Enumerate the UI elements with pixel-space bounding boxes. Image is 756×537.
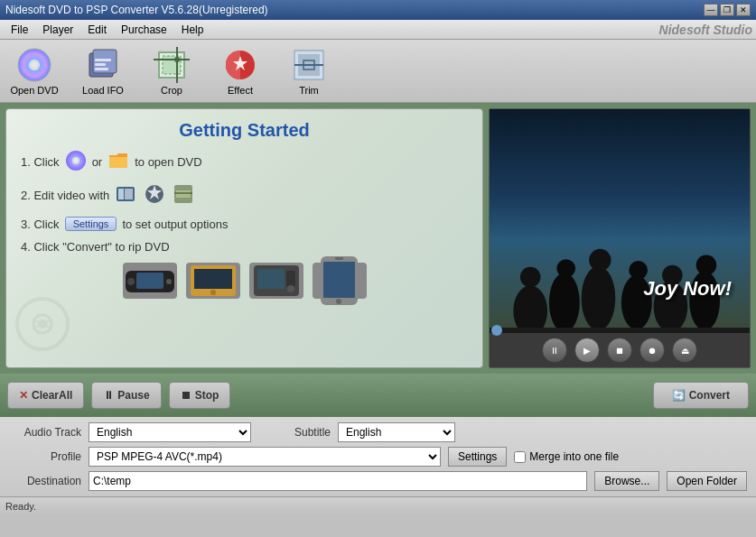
trim-label: Trim bbox=[299, 85, 319, 96]
main-area: Getting Started 1. Click or to open DVD … bbox=[0, 103, 756, 374]
toolbar-load-ifo[interactable]: Load IFO bbox=[76, 47, 130, 96]
svg-rect-21 bbox=[118, 189, 124, 199]
svg-point-37 bbox=[287, 285, 294, 292]
step-4: 4. Click "Convert" to rip DVD bbox=[21, 240, 468, 254]
subtitle-label: Subtitle bbox=[258, 426, 331, 439]
media-player-2 bbox=[249, 263, 303, 299]
settings-area: Audio Track English Subtitle English Pro… bbox=[0, 417, 756, 496]
convert-button[interactable]: 🔄 Convert bbox=[653, 382, 749, 409]
merge-checkbox[interactable] bbox=[514, 451, 526, 463]
audio-track-label: Audio Track bbox=[9, 426, 81, 439]
svg-point-30 bbox=[166, 279, 172, 284]
svg-rect-41 bbox=[335, 257, 343, 260]
effect-icon bbox=[222, 47, 258, 83]
status-text: Ready. bbox=[5, 501, 36, 512]
toolbar-open-dvd[interactable]: Open DVD bbox=[7, 47, 61, 96]
step2-icon1 bbox=[115, 183, 136, 208]
audio-track-select[interactable]: English bbox=[89, 422, 251, 442]
getting-started-panel: Getting Started 1. Click or to open DVD … bbox=[5, 108, 483, 368]
svg-point-12 bbox=[174, 57, 180, 62]
toolbar-effect[interactable]: Effect bbox=[213, 47, 267, 96]
clearall-x-icon: ✕ bbox=[19, 389, 28, 402]
step1-dvd-icon bbox=[65, 150, 87, 174]
brand-logo: Nidesoft Studio bbox=[659, 23, 752, 37]
step1-folder-icon bbox=[107, 150, 129, 174]
device-images bbox=[21, 263, 468, 299]
svg-rect-6 bbox=[95, 63, 106, 66]
load-ifo-label: Load IFO bbox=[82, 85, 124, 96]
preview-video: Joy Now! bbox=[490, 109, 750, 328]
settings-button[interactable]: Settings bbox=[448, 447, 507, 467]
svg-rect-32 bbox=[194, 269, 232, 289]
stop-button[interactable]: ⏹ Stop bbox=[169, 382, 231, 409]
profile-label: Profile bbox=[9, 450, 81, 463]
svg-point-29 bbox=[127, 278, 135, 285]
svg-point-47 bbox=[520, 266, 541, 287]
crop-label: Crop bbox=[161, 85, 182, 96]
svg-point-48 bbox=[549, 273, 580, 328]
eject-control-button[interactable]: ⏏ bbox=[672, 338, 697, 363]
menu-file[interactable]: File bbox=[4, 22, 35, 38]
svg-rect-7 bbox=[95, 68, 108, 70]
svg-rect-5 bbox=[95, 59, 111, 61]
progress-thumb[interactable] bbox=[491, 325, 502, 336]
step-3: 3. Click Settings to set output options bbox=[21, 217, 468, 231]
play-control-button[interactable]: ▶ bbox=[574, 338, 600, 363]
trim-icon bbox=[291, 47, 327, 83]
close-button[interactable]: ✕ bbox=[736, 4, 751, 16]
svg-rect-22 bbox=[125, 189, 133, 199]
svg-point-19 bbox=[74, 159, 78, 162]
title-bar: Nidesoft DVD to PSP Converter V5.6.28(Un… bbox=[0, 0, 756, 20]
svg-point-50 bbox=[582, 265, 616, 328]
effect-label: Effect bbox=[228, 85, 253, 96]
svg-point-33 bbox=[210, 290, 216, 295]
svg-text:DVD: DVD bbox=[33, 319, 51, 329]
svg-point-46 bbox=[513, 285, 547, 328]
open-folder-button[interactable]: Open Folder bbox=[667, 471, 747, 491]
status-bar: Ready. bbox=[0, 496, 756, 514]
preview-controls: ⏸ ▶ ⏹ ⏺ ⏏ bbox=[490, 333, 750, 367]
menu-help[interactable]: Help bbox=[174, 22, 211, 38]
restore-button[interactable]: ❐ bbox=[720, 4, 734, 16]
dvd-watermark: DVD bbox=[15, 297, 70, 358]
svg-rect-39 bbox=[323, 262, 355, 298]
svg-point-51 bbox=[589, 248, 611, 270]
step2-icon2 bbox=[144, 183, 165, 208]
getting-started-title: Getting Started bbox=[21, 120, 468, 141]
toolbar-trim[interactable]: Trim bbox=[282, 47, 336, 96]
crop-icon bbox=[154, 47, 190, 83]
svg-rect-35 bbox=[257, 269, 285, 289]
menu-purchase[interactable]: Purchase bbox=[114, 22, 174, 38]
clear-all-button[interactable]: ✕ ClearAll bbox=[7, 382, 84, 409]
menu-bar: File Player Edit Purchase Help Nidesoft … bbox=[0, 20, 756, 40]
step2-icon3 bbox=[173, 183, 194, 208]
svg-rect-36 bbox=[286, 271, 295, 287]
inline-settings-button[interactable]: Settings bbox=[65, 217, 117, 231]
subtitle-select[interactable]: English bbox=[338, 422, 455, 442]
merge-row: Merge into one file bbox=[514, 450, 619, 463]
stop-control-button[interactable]: ⏹ bbox=[607, 338, 632, 363]
profile-select[interactable]: PSP MPEG-4 AVC(*.mp4)PSP H.264(*.mp4)PSP… bbox=[89, 447, 441, 467]
svg-point-40 bbox=[336, 299, 341, 304]
merge-label-text: Merge into one file bbox=[529, 450, 619, 463]
load-ifo-icon bbox=[85, 47, 121, 83]
controls-bar: ✕ ClearAll ⏸ Pause ⏹ Stop 🔄 Convert bbox=[0, 374, 756, 417]
browse-button[interactable]: Browse... bbox=[594, 471, 659, 491]
toolbar-crop[interactable]: Crop bbox=[145, 47, 199, 96]
minimize-button[interactable]: — bbox=[704, 4, 718, 16]
open-dvd-icon bbox=[16, 47, 52, 83]
app-title: Nidesoft DVD to PSP Converter V5.6.28(Un… bbox=[5, 4, 268, 16]
pause-button[interactable]: ⏸ Pause bbox=[91, 382, 161, 409]
destination-label: Destination bbox=[9, 475, 81, 487]
destination-input[interactable] bbox=[89, 471, 587, 491]
svg-rect-28 bbox=[136, 273, 163, 289]
open-dvd-label: Open DVD bbox=[10, 85, 58, 96]
menu-edit[interactable]: Edit bbox=[80, 22, 114, 38]
svg-point-2 bbox=[32, 62, 37, 68]
preview-progress-bar[interactable] bbox=[490, 328, 750, 333]
pause-control-button[interactable]: ⏸ bbox=[542, 338, 567, 363]
step-2: 2. Edit video with bbox=[21, 183, 468, 208]
record-control-button[interactable]: ⏺ bbox=[639, 338, 665, 363]
menu-player[interactable]: Player bbox=[35, 22, 80, 38]
convert-icon: 🔄 bbox=[672, 389, 686, 402]
